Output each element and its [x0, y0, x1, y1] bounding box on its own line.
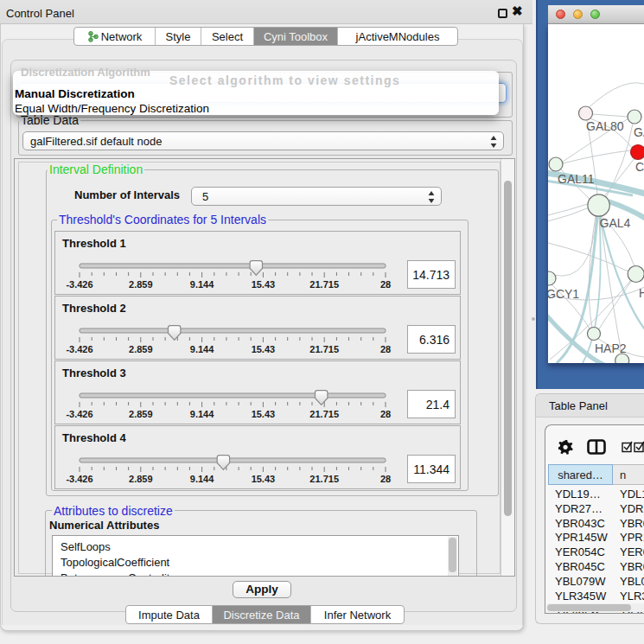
svg-text:28: 28 [380, 279, 391, 290]
svg-text:21.715: 21.715 [309, 409, 339, 419]
svg-text:21.715: 21.715 [309, 344, 339, 354]
svg-text:-3.426: -3.426 [66, 279, 92, 290]
svg-text:-3.426: -3.426 [66, 474, 92, 484]
svg-text:-3.426: -3.426 [66, 344, 92, 354]
svg-text:GAL11: GAL11 [558, 172, 595, 186]
svg-text:28: 28 [380, 344, 391, 354]
svg-text:15.43: 15.43 [252, 409, 276, 419]
svg-text:HAP2: HAP2 [595, 341, 627, 355]
svg-text:2.859: 2.859 [129, 279, 153, 290]
svg-text:15.43: 15.43 [252, 279, 276, 290]
svg-text:-3.426: -3.426 [66, 409, 92, 419]
svg-text:GAL80: GAL80 [586, 119, 624, 133]
svg-text:GCY1: GCY1 [548, 287, 579, 301]
svg-text:9.144: 9.144 [190, 474, 214, 484]
svg-text:C: C [635, 160, 644, 174]
svg-text:H: H [639, 286, 644, 300]
svg-text:9.144: 9.144 [190, 279, 214, 290]
svg-text:21.715: 21.715 [309, 474, 339, 484]
svg-text:28: 28 [380, 409, 391, 419]
svg-text:GA: GA [634, 125, 644, 139]
svg-text:28: 28 [380, 474, 391, 484]
svg-text:9.144: 9.144 [190, 344, 214, 354]
svg-text:2.859: 2.859 [129, 344, 153, 354]
svg-text:9.144: 9.144 [190, 409, 214, 419]
svg-text:21.715: 21.715 [309, 279, 339, 290]
svg-text:GAL4: GAL4 [600, 216, 631, 230]
svg-text:2.859: 2.859 [129, 474, 153, 484]
svg-text:2.859: 2.859 [129, 409, 153, 419]
svg-text:15.43: 15.43 [252, 474, 276, 484]
svg-text:15.43: 15.43 [252, 344, 276, 354]
